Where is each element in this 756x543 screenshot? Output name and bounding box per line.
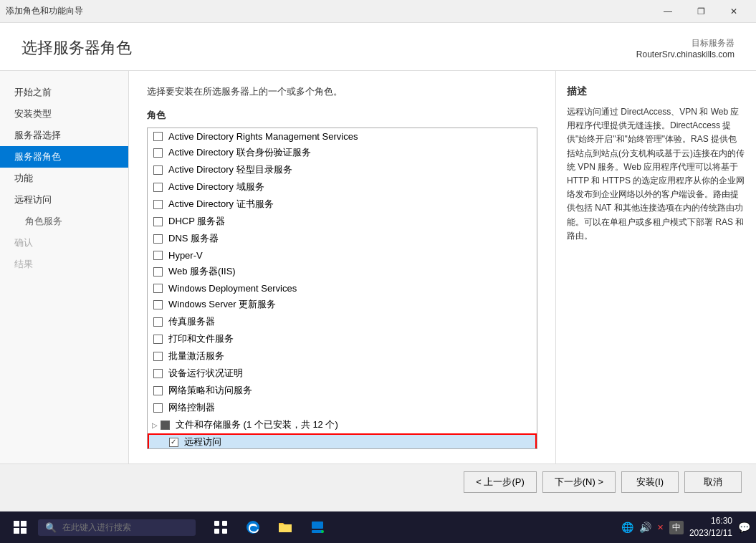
checkbox-device[interactable] (153, 369, 163, 378)
role-item-netctrl[interactable]: 网络控制器 (148, 399, 537, 416)
wizard-nav: 开始之前 安装类型 服务器选择 服务器角色 功能 远程访问 角色服务 确认 结果 (0, 71, 129, 463)
expand-icon-filestorage[interactable]: ▷ (150, 421, 159, 429)
taskbar-app-taskview[interactable] (206, 513, 235, 542)
nav-item-features[interactable]: 功能 (0, 168, 128, 189)
taskbar-search-box[interactable]: 🔍 (38, 519, 196, 536)
checkbox-fax[interactable] (153, 317, 163, 327)
title-bar: 添加角色和功能向导 — ❐ ✕ (0, 0, 756, 23)
role-label-wds: Windows Deployment Services (168, 283, 297, 294)
role-item-filestorage[interactable]: ▷ 文件和存储服务 (1 个已安装，共 12 个) (148, 416, 537, 433)
language-indicator[interactable]: 中 (669, 521, 684, 534)
checkbox-filestorage[interactable] (161, 421, 170, 430)
next-button[interactable]: 下一步(N) > (542, 471, 616, 493)
svg-rect-5 (222, 521, 227, 526)
role-label-adds: Active Directory 域服务 (168, 181, 264, 193)
cancel-button[interactable]: 取消 (684, 471, 742, 493)
checkbox-netctrl[interactable] (153, 403, 163, 413)
taskbar-app-server-manager[interactable] (303, 513, 332, 542)
close-button[interactable]: ✕ (717, 0, 750, 23)
title-bar-controls: — ❐ ✕ (651, 0, 750, 23)
role-item-dhcp[interactable]: DHCP 服务器 (148, 213, 537, 230)
taskbar: 🔍 (0, 511, 756, 543)
taskbar-app-explorer[interactable] (271, 513, 300, 542)
role-item-hyperv[interactable]: Hyper-V (148, 247, 537, 263)
role-label-adcs: Active Directory 证书服务 (168, 198, 274, 211)
role-item-device[interactable]: 设备运行状况证明 (148, 365, 537, 382)
prev-button[interactable]: < 上一步(P) (464, 471, 537, 493)
role-item-dns[interactable]: DNS 服务器 (148, 230, 537, 247)
network-icon: 🌐 (621, 522, 633, 533)
taskbar-app-edge[interactable] (239, 513, 267, 542)
svg-rect-2 (14, 528, 19, 534)
role-label-wsus: Windows Server 更新服务 (168, 298, 276, 311)
svg-rect-1 (21, 521, 27, 527)
role-item-wsus[interactable]: Windows Server 更新服务 (148, 296, 537, 313)
role-item-npas[interactable]: 网络策略和访问服务 (148, 382, 537, 399)
svg-rect-9 (312, 522, 323, 529)
checkbox-print[interactable] (153, 335, 163, 344)
role-label-filestorage: 文件和存储服务 (1 个已安装，共 12 个) (176, 418, 338, 431)
checkbox-adds[interactable] (153, 183, 163, 192)
role-item-print[interactable]: 打印和文件服务 (148, 330, 537, 347)
nav-item-install-type[interactable]: 安装类型 (0, 103, 128, 125)
role-item-wds[interactable]: Windows Deployment Services (148, 280, 537, 296)
nav-item-before-start[interactable]: 开始之前 (0, 82, 128, 103)
minimize-button[interactable]: — (651, 0, 684, 23)
nav-item-server-roles[interactable]: 服务器角色 (0, 146, 128, 168)
checkbox-adfs[interactable] (153, 148, 163, 158)
role-label-dhcp: DHCP 服务器 (168, 215, 225, 228)
nav-item-remote-access[interactable]: 远程访问 (0, 189, 128, 211)
role-item-adds[interactable]: Active Directory 域服务 (148, 178, 537, 196)
taskbar-clock[interactable]: 16:30 2023/12/11 (689, 515, 732, 539)
checkbox-adlds[interactable] (153, 165, 163, 175)
install-button[interactable]: 安装(I) (621, 471, 679, 493)
svg-rect-4 (214, 521, 219, 526)
target-server-name: RouterSrv.chinaskills.com (636, 49, 735, 59)
taskbar-apps (206, 513, 332, 542)
search-input[interactable] (62, 522, 188, 532)
description-text: 远程访问通过 DirectAccess、VPN 和 Web 应用程序代理提供无缝… (567, 105, 745, 243)
role-item-adfs[interactable]: Active Directory 联合身份验证服务 (148, 144, 537, 161)
checkbox-hyperv[interactable] (153, 251, 163, 260)
start-button[interactable] (6, 513, 34, 542)
role-item-remoteaccess[interactable]: 远程访问 (148, 433, 537, 449)
checkbox-wds[interactable] (153, 284, 163, 293)
volume-icon: 🔊 (639, 522, 651, 533)
checkbox-dns[interactable] (153, 234, 163, 244)
checkbox-adcs[interactable] (153, 200, 163, 209)
wizard-content: 选择要安装在所选服务器上的一个或多个角色。 角色 Active Director… (129, 71, 555, 463)
checkbox-npas[interactable] (153, 386, 163, 395)
role-label-hyperv: Hyper-V (168, 250, 203, 261)
checkbox-volume[interactable] (153, 352, 163, 361)
target-server-label: 目标服务器 (636, 37, 735, 49)
description-panel: 描述 远程访问通过 DirectAccess、VPN 和 Web 应用程序代理提… (555, 71, 756, 463)
role-item-admrms[interactable]: Active Directory Rights Management Servi… (148, 128, 537, 144)
maximize-button[interactable]: ❐ (684, 0, 717, 23)
checkbox-iis[interactable] (153, 267, 163, 277)
checkbox-remoteaccess[interactable] (169, 438, 178, 447)
taskbar-time: 16:30 (689, 515, 732, 527)
nav-item-role-services[interactable]: 角色服务 (0, 211, 128, 232)
svg-point-11 (321, 530, 324, 533)
role-label-remoteaccess: 远程访问 (184, 436, 221, 448)
role-item-adlds[interactable]: Active Directory 轻型目录服务 (148, 161, 537, 178)
role-label-adlds: Active Directory 轻型目录服务 (168, 163, 292, 176)
role-item-fax[interactable]: 传真服务器 (148, 313, 537, 330)
description-title: 描述 (567, 85, 745, 98)
checkbox-dhcp[interactable] (153, 217, 163, 226)
role-label-print: 打印和文件服务 (168, 332, 234, 345)
checkbox-admrms[interactable] (153, 132, 163, 141)
roles-list: Active Directory Rights Management Servi… (147, 128, 537, 449)
title-bar-text: 添加角色和功能向导 (6, 5, 651, 17)
role-item-iis[interactable]: Web 服务器(IIS) (148, 263, 537, 280)
notification-icon[interactable]: 💬 (738, 522, 750, 533)
role-label-npas: 网络策略和访问服务 (168, 384, 252, 397)
role-label-adfs: Active Directory 联合身份验证服务 (168, 146, 311, 159)
nav-item-server-select[interactable]: 服务器选择 (0, 125, 128, 146)
role-label-fax: 传真服务器 (168, 315, 215, 328)
checkbox-wsus[interactable] (153, 300, 163, 309)
role-item-volume[interactable]: 批量激活服务 (148, 347, 537, 365)
role-item-adcs[interactable]: Active Directory 证书服务 (148, 196, 537, 213)
nav-item-results: 结果 (0, 254, 128, 275)
target-server-info: 目标服务器 RouterSrv.chinaskills.com (636, 37, 735, 59)
